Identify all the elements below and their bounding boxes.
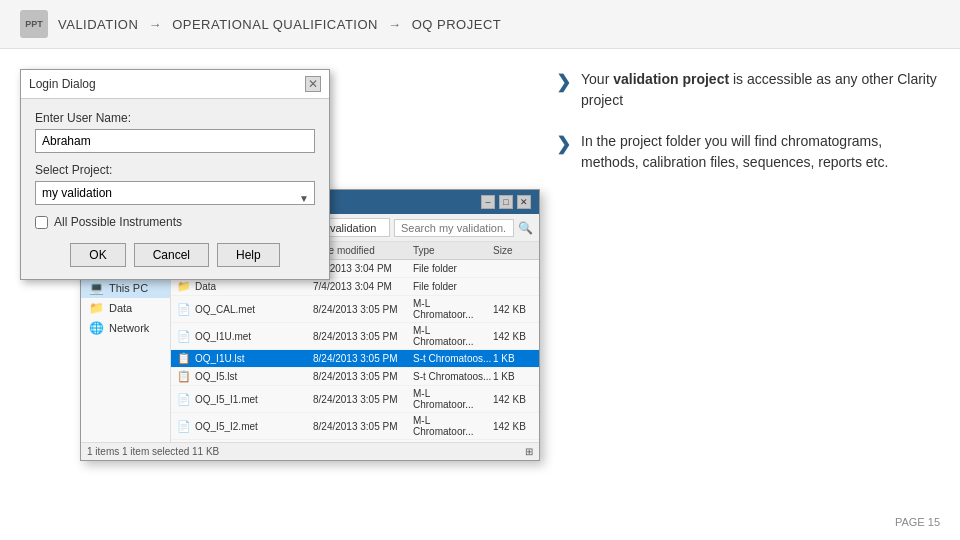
table-row[interactable]: 📄OQ_I5_I3.met 8/24/2013 3:05 PMM-L Chrom…: [171, 440, 539, 442]
ok-button[interactable]: OK: [70, 243, 125, 267]
instruments-checkbox[interactable]: [35, 216, 48, 229]
met-icon: 📄: [177, 330, 191, 342]
left-panel: Login Dialog ✕ Enter User Name: Select P…: [20, 69, 526, 527]
table-row[interactable]: 📄OQ_I5_I2.met 8/24/2013 3:05 PMM-L Chrom…: [171, 413, 539, 440]
met-icon: 📄: [177, 393, 191, 405]
seq-icon: 📋: [177, 352, 191, 364]
sidebar-item-thispc[interactable]: 💻 This PC: [81, 278, 170, 298]
met-icon: 📄: [177, 420, 191, 432]
arrow-icon-1: →: [149, 17, 167, 32]
project-select-wrapper: my validation ▼: [35, 181, 315, 215]
help-button[interactable]: Help: [217, 243, 280, 267]
arrow-icon-2: →: [388, 17, 406, 32]
login-dialog: Login Dialog ✕ Enter User Name: Select P…: [20, 69, 330, 280]
pc-icon: 💻: [89, 281, 104, 295]
fb-window-controls: – □ ✕: [481, 195, 531, 209]
table-row[interactable]: 📄OQ_I1U.met 8/24/2013 3:05 PMM-L Chromat…: [171, 323, 539, 350]
search-icon: 🔍: [518, 221, 533, 235]
sidebar-item-label: Data: [109, 302, 132, 314]
username-input[interactable]: [35, 129, 315, 153]
fb-close-button[interactable]: ✕: [517, 195, 531, 209]
breadcrumb: VALIDATION → OPERATIONAL QUALIFICATION →…: [58, 17, 501, 32]
bullet-arrow-icon-2: ❯: [556, 133, 571, 155]
bullet-point-1: ❯ Your validation project is accessible …: [556, 69, 940, 111]
sidebar-item-label: This PC: [109, 282, 148, 294]
close-button[interactable]: ✕: [305, 76, 321, 92]
table-row[interactable]: 📋OQ_I1U.lst 8/24/2013 3:05 PMS-t Chromat…: [171, 350, 539, 368]
right-panel: ❯ Your validation project is accessible …: [526, 69, 940, 527]
dialog-titlebar: Login Dialog ✕: [21, 70, 329, 99]
sidebar-item-label: Network: [109, 322, 149, 334]
fb-status-text: 1 items 1 item selected 11 KB: [87, 446, 219, 457]
seq-icon: 📋: [177, 370, 191, 382]
sidebar-item-data[interactable]: 📁 Data: [81, 298, 170, 318]
username-label: Enter User Name:: [35, 111, 315, 125]
instruments-checkbox-row: All Possible Instruments: [35, 215, 315, 229]
table-row[interactable]: 📁Data 7/4/2013 3:04 PMFile folder: [171, 278, 539, 296]
bullet-text-2: In the project folder you will find chro…: [581, 131, 940, 173]
fb-minimize-button[interactable]: –: [481, 195, 495, 209]
data-icon: 📁: [89, 301, 104, 315]
table-row[interactable]: 📄OQ_CAL.met 8/24/2013 3:05 PMM-L Chromat…: [171, 296, 539, 323]
met-icon: 📄: [177, 303, 191, 315]
network-icon: 🌐: [89, 321, 104, 335]
project-label: Select Project:: [35, 163, 315, 177]
dialog-body: Enter User Name: Select Project: my vali…: [21, 99, 329, 279]
sidebar-item-network[interactable]: 🌐 Network: [81, 318, 170, 338]
fb-statusbar: 1 items 1 item selected 11 KB ⊞: [81, 442, 539, 460]
cancel-button[interactable]: Cancel: [134, 243, 209, 267]
table-row[interactable]: 📄OQ_I5_I1.met 8/24/2013 3:05 PMM-L Chrom…: [171, 386, 539, 413]
dialog-buttons: OK Cancel Help: [35, 243, 315, 267]
bullet-arrow-icon-1: ❯: [556, 71, 571, 93]
file-type-icon: PPT: [20, 10, 48, 38]
bullet-text-1: Your validation project is accessible as…: [581, 69, 940, 111]
project-select[interactable]: my validation: [35, 181, 315, 205]
instruments-label: All Possible Instruments: [54, 215, 182, 229]
fb-maximize-button[interactable]: □: [499, 195, 513, 209]
folder-icon: 📁: [177, 280, 191, 292]
fb-search-input[interactable]: [394, 219, 514, 237]
page-number: PAGE 15: [895, 516, 940, 528]
main-content: Login Dialog ✕ Enter User Name: Select P…: [0, 49, 960, 537]
header-bar: PPT VALIDATION → OPERATIONAL QUALIFICATI…: [0, 0, 960, 49]
dialog-title: Login Dialog: [29, 77, 96, 91]
fb-view-icon: ⊞: [525, 446, 533, 457]
bullet-point-2: ❯ In the project folder you will find ch…: [556, 131, 940, 173]
table-row[interactable]: 📋OQ_I5.lst 8/24/2013 3:05 PMS-t Chromato…: [171, 368, 539, 386]
